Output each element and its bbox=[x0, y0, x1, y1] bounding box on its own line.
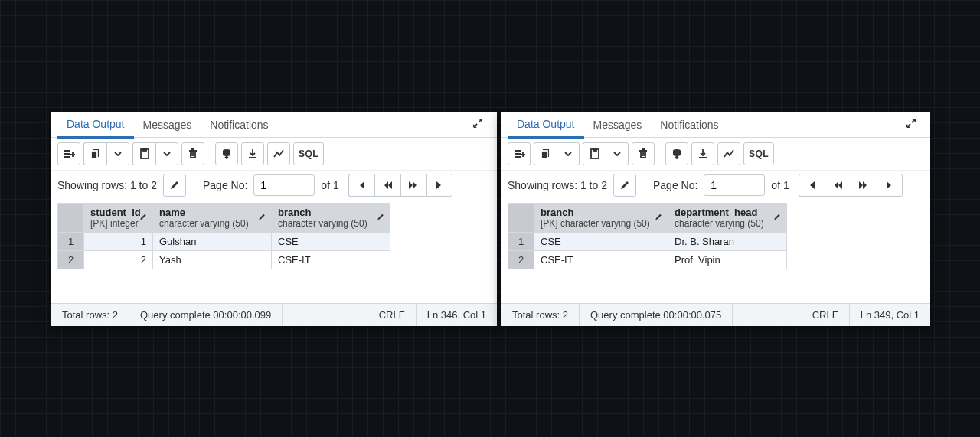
add-row-button[interactable] bbox=[57, 142, 80, 165]
copy-button[interactable] bbox=[534, 142, 557, 165]
table-row[interactable]: 2 CSE-IT Prof. Vipin bbox=[508, 251, 787, 269]
status-cursor-pos: Ln 349, Col 1 bbox=[850, 304, 930, 326]
save-data-button[interactable] bbox=[215, 142, 238, 165]
page-no-label: Page No: bbox=[653, 179, 697, 191]
tabs-bar: Data Output Messages Notifications bbox=[501, 112, 930, 138]
next-page-button[interactable] bbox=[851, 174, 877, 197]
cell[interactable]: Gulshan bbox=[153, 233, 272, 251]
tab-notifications[interactable]: Notifications bbox=[651, 113, 727, 137]
first-page-button[interactable] bbox=[348, 174, 374, 197]
tab-notifications[interactable]: Notifications bbox=[201, 113, 277, 137]
delete-button[interactable] bbox=[632, 142, 655, 165]
tab-data-output[interactable]: Data Output bbox=[508, 112, 584, 139]
status-bar: Total rows: 2 Query complete 00:00:00.09… bbox=[51, 303, 497, 326]
download-button[interactable] bbox=[691, 142, 714, 165]
toolbar: SQL bbox=[501, 138, 930, 171]
cell[interactable]: Yash bbox=[153, 251, 272, 269]
cell[interactable]: CSE bbox=[534, 233, 668, 251]
query-result-panel-right: Data Output Messages Notifications SQL S… bbox=[501, 112, 930, 326]
edit-filter-button[interactable] bbox=[163, 174, 186, 197]
copy-dropdown[interactable] bbox=[106, 142, 129, 165]
svg-rect-3 bbox=[143, 148, 146, 151]
status-total-rows: Total rows: 2 bbox=[51, 304, 129, 326]
tab-data-output[interactable]: Data Output bbox=[57, 112, 134, 139]
last-page-button[interactable] bbox=[426, 174, 452, 197]
data-grid[interactable]: student_id [PK] integer name character v… bbox=[57, 203, 390, 269]
status-eol: CRLF bbox=[802, 304, 850, 326]
table-row[interactable]: 1 1 Gulshan CSE bbox=[58, 233, 390, 251]
showing-rows-label: Showing rows: 1 to 2 bbox=[508, 179, 607, 191]
tab-messages[interactable]: Messages bbox=[584, 113, 652, 137]
edit-filter-button[interactable] bbox=[613, 174, 636, 197]
add-row-button[interactable] bbox=[508, 142, 531, 165]
column-header[interactable]: department_head character varying (50) bbox=[668, 204, 787, 233]
page-no-label: Page No: bbox=[203, 179, 247, 191]
copy-button[interactable] bbox=[83, 142, 106, 165]
toolbar: SQL bbox=[51, 138, 497, 171]
edit-column-icon[interactable] bbox=[139, 212, 148, 223]
svg-rect-8 bbox=[593, 148, 596, 151]
expand-icon[interactable] bbox=[898, 113, 924, 135]
paste-dropdown[interactable] bbox=[606, 142, 629, 165]
status-cursor-pos: Ln 346, Col 1 bbox=[416, 304, 497, 326]
status-query-time: Query complete 00:00:00.075 bbox=[580, 304, 733, 326]
filter-bar: Showing rows: 1 to 2 Page No: of 1 bbox=[51, 171, 497, 203]
cell[interactable]: CSE-IT bbox=[272, 251, 390, 269]
status-bar: Total rows: 2 Query complete 00:00:00.07… bbox=[501, 303, 930, 326]
cell[interactable]: Dr. B. Sharan bbox=[668, 233, 787, 251]
prev-page-button[interactable] bbox=[374, 174, 400, 197]
data-grid-wrap: branch [PK] character varying (50) depar… bbox=[501, 203, 930, 303]
status-eol: CRLF bbox=[368, 304, 416, 326]
column-header[interactable]: name character varying (50) bbox=[153, 204, 272, 233]
delete-button[interactable] bbox=[181, 142, 204, 165]
edit-column-icon[interactable] bbox=[257, 212, 266, 223]
data-grid[interactable]: branch [PK] character varying (50) depar… bbox=[508, 203, 787, 269]
tab-messages[interactable]: Messages bbox=[134, 113, 201, 137]
edit-column-icon[interactable] bbox=[654, 212, 663, 223]
paste-dropdown[interactable] bbox=[155, 142, 178, 165]
rownum-header[interactable] bbox=[508, 204, 534, 233]
paste-button[interactable] bbox=[132, 142, 155, 165]
cell[interactable]: Prof. Vipin bbox=[668, 251, 787, 269]
sql-button[interactable]: SQL bbox=[293, 142, 324, 165]
cell[interactable]: CSE bbox=[272, 233, 390, 251]
cell[interactable]: 1 bbox=[84, 233, 153, 251]
tabs-bar: Data Output Messages Notifications bbox=[51, 112, 497, 138]
page-no-input[interactable] bbox=[704, 174, 765, 196]
sql-button[interactable]: SQL bbox=[743, 142, 774, 165]
edit-column-icon[interactable] bbox=[376, 212, 385, 223]
edit-column-icon[interactable] bbox=[773, 212, 782, 223]
column-header[interactable]: student_id [PK] integer bbox=[84, 204, 153, 233]
query-result-panel-left: Data Output Messages Notifications SQL S… bbox=[51, 112, 497, 326]
copy-dropdown[interactable] bbox=[557, 142, 580, 165]
data-grid-wrap: student_id [PK] integer name character v… bbox=[51, 203, 497, 303]
cell[interactable]: 2 bbox=[84, 251, 153, 269]
filter-bar: Showing rows: 1 to 2 Page No: of 1 bbox=[501, 171, 930, 203]
rownum-header[interactable] bbox=[58, 204, 84, 233]
chart-button[interactable] bbox=[717, 142, 740, 165]
page-of-label: of 1 bbox=[771, 179, 789, 191]
status-query-time: Query complete 00:00:00.099 bbox=[129, 304, 283, 326]
table-row[interactable]: 2 2 Yash CSE-IT bbox=[58, 251, 390, 269]
download-button[interactable] bbox=[241, 142, 264, 165]
status-total-rows: Total rows: 2 bbox=[501, 304, 580, 326]
next-page-button[interactable] bbox=[400, 174, 426, 197]
table-row[interactable]: 1 CSE Dr. B. Sharan bbox=[508, 233, 787, 251]
last-page-button[interactable] bbox=[877, 174, 903, 197]
page-of-label: of 1 bbox=[321, 179, 338, 191]
expand-icon[interactable] bbox=[465, 113, 491, 135]
page-no-input[interactable] bbox=[253, 174, 315, 196]
chart-button[interactable] bbox=[267, 142, 290, 165]
column-header[interactable]: branch character varying (50) bbox=[272, 204, 390, 233]
showing-rows-label: Showing rows: 1 to 2 bbox=[57, 179, 157, 191]
column-header[interactable]: branch [PK] character varying (50) bbox=[534, 204, 668, 233]
svg-rect-1 bbox=[91, 151, 97, 158]
first-page-button[interactable] bbox=[799, 174, 825, 197]
paste-button[interactable] bbox=[583, 142, 606, 165]
prev-page-button[interactable] bbox=[825, 174, 851, 197]
svg-rect-6 bbox=[541, 151, 547, 158]
cell[interactable]: CSE-IT bbox=[534, 251, 668, 269]
save-data-button[interactable] bbox=[665, 142, 688, 165]
